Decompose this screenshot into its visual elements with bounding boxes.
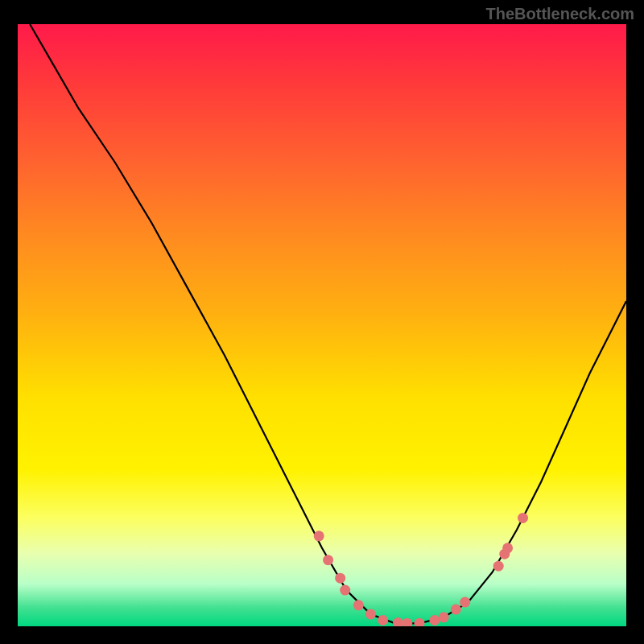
chart-marker (353, 600, 364, 610)
chart-marker (502, 543, 513, 553)
chart-marker (314, 530, 324, 541)
chart-marker (439, 612, 449, 622)
chart-marker (493, 561, 504, 572)
chart-marker (378, 615, 388, 625)
chart-marker (402, 618, 412, 626)
chart-marker (340, 585, 350, 596)
chart-marker (429, 615, 440, 625)
chart-marker (415, 618, 425, 626)
chart-marker (451, 605, 461, 615)
chart-marker (365, 609, 376, 620)
chart-markers (314, 513, 528, 626)
chart-marker (460, 597, 470, 608)
attribution-text: TheBottleneck.com (486, 5, 634, 23)
bottleneck-curve (30, 24, 626, 623)
chart-marker (518, 513, 528, 523)
chart-plot-area (18, 24, 626, 626)
chart-marker (335, 573, 345, 584)
chart-marker (323, 555, 333, 565)
chart-svg (18, 24, 626, 626)
chart-marker (393, 617, 403, 626)
